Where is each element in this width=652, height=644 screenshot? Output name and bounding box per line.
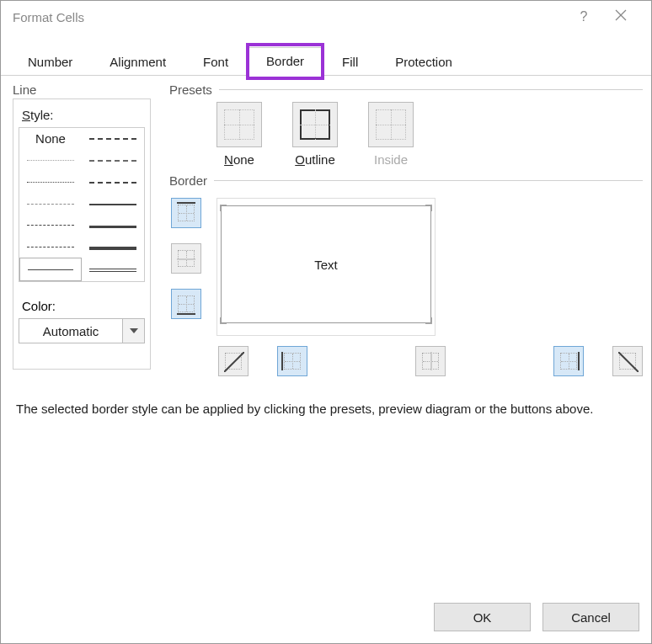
line-style-dash-dot[interactable] — [19, 193, 82, 215]
border-group-label: Border — [166, 172, 643, 189]
tab-number[interactable]: Number — [9, 49, 91, 76]
line-style-extra-thick[interactable] — [82, 237, 144, 259]
line-style-medium[interactable] — [82, 194, 144, 216]
color-select[interactable]: Automatic — [19, 318, 145, 343]
preset-outline[interactable]: Outline — [292, 102, 338, 167]
style-label: Style: — [19, 104, 145, 125]
preview-text: Text — [314, 258, 338, 272]
tab-alignment[interactable]: Alignment — [91, 49, 184, 76]
ok-button[interactable]: OK — [434, 603, 531, 631]
line-style-thin[interactable] — [19, 258, 82, 281]
border-right-button[interactable] — [553, 346, 584, 376]
color-label: Color: — [19, 292, 145, 318]
preset-inside[interactable]: Inside — [368, 102, 414, 167]
line-style-none[interactable]: None — [19, 128, 82, 150]
border-top-button[interactable] — [171, 198, 201, 228]
tab-border[interactable]: Border — [247, 47, 323, 76]
tab-protection[interactable]: Protection — [377, 49, 471, 76]
close-icon[interactable] — [602, 9, 639, 24]
preset-outline-label: Outline — [295, 152, 335, 167]
presets-group-label: Presets — [166, 81, 643, 98]
titlebar: Format Cells ? — [1, 1, 651, 33]
line-style-dashdot-thick[interactable] — [82, 150, 144, 172]
line-group-label: Line — [9, 81, 154, 98]
border-middle-v-button[interactable] — [415, 346, 446, 376]
color-value: Automatic — [19, 318, 123, 343]
line-style-dash-wide-thick[interactable] — [82, 172, 144, 194]
preset-inside-label: Inside — [374, 152, 408, 167]
cancel-button[interactable]: Cancel — [542, 603, 639, 631]
preset-none-label: None — [224, 152, 254, 167]
line-style-dotted[interactable] — [19, 171, 82, 193]
hint-text: The selected border style can be applied… — [1, 376, 651, 416]
border-diag-down-button[interactable] — [612, 346, 643, 376]
line-style-dash-thick[interactable] — [82, 128, 144, 150]
border-bottom-button[interactable] — [171, 289, 201, 319]
line-style-dashed-wide[interactable] — [19, 237, 82, 258]
preset-none[interactable]: None — [216, 102, 262, 167]
tab-fill[interactable]: Fill — [323, 49, 377, 76]
line-style-thick[interactable] — [82, 216, 144, 237]
border-left-button[interactable] — [277, 346, 307, 376]
svg-line-3 — [618, 352, 639, 372]
dialog-footer: OK Cancel — [434, 603, 639, 631]
help-icon[interactable]: ? — [565, 9, 602, 24]
line-group: Style: None — [13, 98, 151, 370]
chevron-down-icon — [130, 328, 138, 333]
line-style-hair[interactable] — [19, 150, 82, 172]
tab-bar: Number Alignment Font Border Fill Protec… — [1, 33, 651, 76]
line-style-grid: None — [19, 127, 145, 282]
border-preview-wrap: Text — [216, 198, 436, 336]
border-preview[interactable]: Text — [221, 205, 431, 323]
color-dropdown-button[interactable] — [123, 318, 145, 343]
line-style-dash-dot-dot[interactable] — [19, 215, 82, 237]
border-middle-h-button[interactable] — [171, 243, 201, 274]
line-style-double[interactable] — [82, 259, 144, 281]
window-title: Format Cells — [13, 10, 84, 24]
svg-line-2 — [224, 352, 244, 372]
tab-font[interactable]: Font — [184, 49, 247, 76]
border-diag-up-button[interactable] — [218, 346, 249, 376]
